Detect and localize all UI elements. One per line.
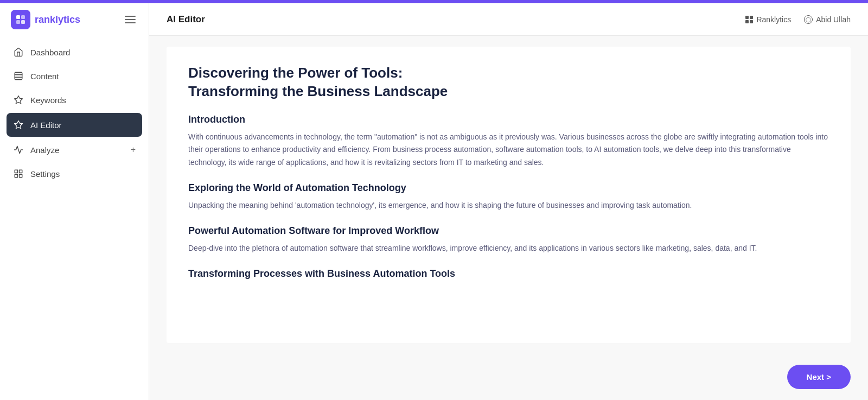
sidebar-item-label: Dashboard — [30, 48, 70, 57]
section-heading-3: Transforming Processes with Business Aut… — [188, 268, 829, 280]
sidebar: ranklytics Dashboard — [0, 3, 149, 400]
sidebar-item-label: Settings — [30, 169, 60, 179]
header-user: ◯ Abid Ullah — [804, 15, 851, 24]
sidebar-item-settings[interactable]: Settings — [0, 162, 149, 186]
next-button[interactable]: Next > — [787, 365, 851, 389]
section-body-2: Deep-dive into the plethora of automatio… — [188, 242, 829, 255]
sidebar-item-analyze[interactable]: Analyze + — [0, 138, 149, 162]
svg-rect-2 — [16, 20, 20, 24]
svg-rect-10 — [15, 175, 17, 177]
keywords-icon — [13, 94, 24, 105]
brand-grid-icon — [745, 16, 753, 23]
sidebar-item-label: Analyze — [30, 145, 59, 155]
sidebar-item-label: Content — [30, 72, 59, 81]
section-heading-1: Exploring the World of Automation Techno… — [188, 182, 829, 194]
svg-rect-1 — [21, 15, 25, 19]
main-content: AI Editor Ranklytics ◯ Abid Ullah Discov… — [149, 3, 868, 400]
svg-rect-11 — [20, 175, 22, 177]
brand-label: Ranklytics — [756, 15, 791, 24]
page-title: AI Editor — [167, 14, 205, 25]
sidebar-item-ai-editor[interactable]: AI Editor — [7, 113, 142, 137]
article-container: Discovering the Power of Tools:Transform… — [167, 47, 851, 343]
next-button-container: Next > — [149, 354, 868, 400]
main-header: AI Editor Ranklytics ◯ Abid Ullah — [149, 3, 868, 36]
logo-text: ranklytics — [35, 14, 80, 26]
section-body-1: Unpacking the meaning behind 'automation… — [188, 199, 829, 212]
analyze-plus-icon: + — [131, 145, 136, 155]
article-title: Discovering the Power of Tools:Transform… — [188, 64, 829, 101]
home-icon — [13, 47, 24, 58]
hamburger-button[interactable] — [123, 14, 138, 26]
section-body-0: With continuous advancements in technolo… — [188, 131, 829, 169]
logo-icon — [11, 10, 30, 29]
header-brand: Ranklytics — [745, 15, 791, 24]
sidebar-item-content[interactable]: Content — [0, 64, 149, 88]
header-right: Ranklytics ◯ Abid Ullah — [745, 15, 851, 24]
svg-rect-9 — [20, 170, 22, 173]
sidebar-logo: ranklytics — [0, 3, 149, 36]
content-icon — [13, 71, 24, 81]
section-heading-2: Powerful Automation Software for Improve… — [188, 225, 829, 237]
svg-rect-4 — [15, 72, 22, 80]
section-heading-0: Introduction — [188, 114, 829, 125]
sidebar-item-label: AI Editor — [30, 120, 62, 130]
sidebar-item-keywords[interactable]: Keywords — [0, 88, 149, 112]
svg-rect-8 — [15, 170, 17, 173]
content-area: Discovering the Power of Tools:Transform… — [149, 36, 868, 400]
user-label: Abid Ullah — [816, 15, 851, 24]
sidebar-item-label: Keywords — [30, 96, 66, 105]
sidebar-navigation: Dashboard Content Keywords — [0, 36, 149, 190]
user-icon: ◯ — [804, 15, 813, 24]
settings-icon — [13, 168, 24, 179]
ai-editor-icon — [13, 119, 24, 130]
analyze-icon — [13, 144, 24, 155]
svg-rect-3 — [21, 20, 25, 24]
sidebar-item-dashboard[interactable]: Dashboard — [0, 40, 149, 64]
svg-marker-7 — [15, 96, 23, 104]
svg-rect-0 — [16, 15, 20, 19]
